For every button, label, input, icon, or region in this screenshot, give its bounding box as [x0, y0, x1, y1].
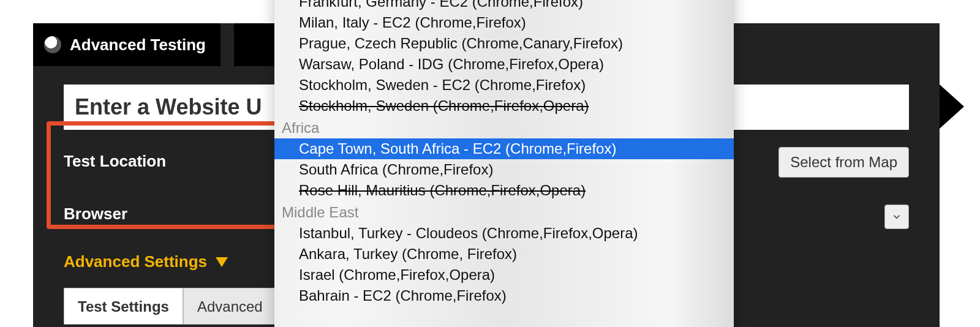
- dropdown-group-middle-east: Middle East Istanbul, Turkey - Cloudeos …: [274, 201, 734, 306]
- dropdown-option[interactable]: Frankfurt, Germany - EC2 (Chrome,Firefox…: [274, 0, 734, 12]
- dropdown-option[interactable]: Stockholm, Sweden (Chrome,Firefox,Opera): [274, 96, 734, 116]
- tab-advanced[interactable]: Advanced: [183, 288, 277, 325]
- dropdown-option[interactable]: Bahrain - EC2 (Chrome,Firefox): [274, 285, 734, 306]
- dropdown-option[interactable]: Warsaw, Poland - IDG (Chrome,Firefox,Ope…: [274, 54, 734, 75]
- chevron-down-icon: [891, 211, 902, 222]
- label-test-location: Test Location: [64, 152, 166, 171]
- tab-test-settings[interactable]: Test Settings: [64, 288, 183, 325]
- dropdown-option[interactable]: Milan, Italy - EC2 (Chrome,Firefox): [274, 12, 734, 33]
- dropdown-group-label: Middle East: [274, 201, 734, 223]
- tab-label: Advanced Testing: [70, 36, 206, 55]
- dropdown-option-selected[interactable]: Cape Town, South Africa - EC2 (Chrome,Fi…: [274, 138, 734, 159]
- chevron-down-icon: [216, 257, 228, 267]
- label-browser: Browser: [64, 205, 127, 224]
- dropdown-option[interactable]: Prague, Czech Republic (Chrome,Canary,Fi…: [274, 33, 734, 54]
- browser-select-chevron[interactable]: [884, 205, 909, 229]
- advanced-settings-toggle[interactable]: Advanced Settings: [64, 252, 228, 271]
- dropdown-option[interactable]: Israel (Chrome,Firefox,Opera): [274, 265, 734, 285]
- dropdown-option[interactable]: Rose Hill, Mauritius (Chrome,Firefox,Ope…: [274, 180, 734, 201]
- sub-tabs: Test Settings Advanced: [64, 288, 277, 325]
- dropdown-group-label: Africa: [274, 116, 734, 138]
- tab-advanced-testing[interactable]: Advanced Testing: [33, 23, 221, 66]
- location-dropdown[interactable]: Amsterdam, NL - GCE (Chrome,Firefox) Fra…: [274, 0, 734, 327]
- select-from-map-button[interactable]: Select from Map: [778, 147, 909, 178]
- start-test-arrow[interactable]: [940, 85, 964, 129]
- dropdown-option[interactable]: Stockholm, Sweden - EC2 (Chrome,Firefox): [274, 75, 734, 96]
- advanced-settings-label: Advanced Settings: [64, 252, 207, 271]
- dropdown-group-africa: Africa Cape Town, South Africa - EC2 (Ch…: [274, 116, 734, 201]
- globe-icon: [44, 36, 61, 53]
- dropdown-option[interactable]: Istanbul, Turkey - Cloudeos (Chrome,Fire…: [274, 223, 734, 244]
- dropdown-option[interactable]: Ankara, Turkey (Chrome, Firefox): [274, 244, 734, 265]
- dropdown-option[interactable]: South Africa (Chrome,Firefox): [274, 159, 734, 180]
